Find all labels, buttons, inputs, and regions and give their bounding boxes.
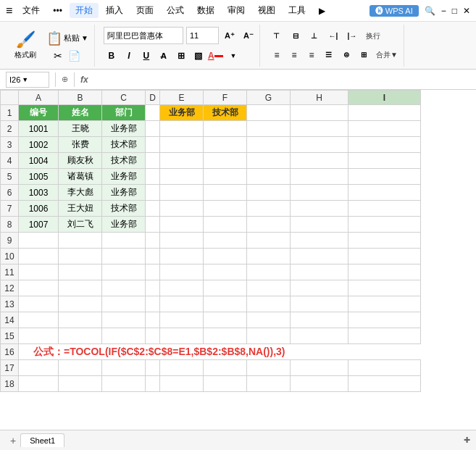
menu-page[interactable]: 页面: [130, 3, 159, 18]
cell-a2[interactable]: 1001: [19, 121, 59, 137]
cell-h3[interactable]: [291, 137, 348, 153]
font-name-input[interactable]: [104, 27, 183, 44]
cell-c3[interactable]: 技术部: [102, 137, 146, 153]
cell-c5[interactable]: 业务部: [102, 169, 146, 185]
cell-i2[interactable]: [348, 121, 421, 137]
cell-f8[interactable]: [204, 217, 247, 233]
cell-d6[interactable]: [146, 185, 160, 201]
cell-h6[interactable]: [291, 185, 348, 201]
cell-b3[interactable]: 张费: [59, 137, 102, 153]
cell-b2[interactable]: 王晓: [59, 121, 102, 137]
cell-a5[interactable]: 1005: [19, 169, 59, 185]
cell-d4[interactable]: [146, 153, 160, 169]
row-num-4[interactable]: 4: [1, 153, 19, 169]
align-right-btn[interactable]: ≡: [304, 47, 320, 63]
row-num-1[interactable]: 1: [1, 105, 19, 121]
cell-f6[interactable]: [204, 185, 247, 201]
minimize-btn[interactable]: −: [441, 6, 446, 16]
sheet-tab[interactable]: Sheet1: [20, 433, 64, 447]
cell-e6[interactable]: [160, 185, 204, 201]
search-icon[interactable]: 🔍: [425, 6, 435, 16]
col-header-i[interactable]: I: [348, 91, 421, 105]
menu-more[interactable]: •••: [47, 4, 68, 17]
cell-ref-box[interactable]: I26 ▼: [6, 72, 49, 88]
wps-ai-button[interactable]: 🅦 WPS AI: [369, 5, 419, 17]
cell-d7[interactable]: [146, 201, 160, 217]
cell-ref-dropdown[interactable]: ▼: [22, 76, 28, 83]
cell-e1[interactable]: 业务部: [160, 105, 204, 121]
col-header-g[interactable]: G: [247, 91, 291, 105]
cell-d2[interactable]: [146, 121, 160, 137]
cell-c4[interactable]: 技术部: [102, 153, 146, 169]
cell-c1[interactable]: 部门: [102, 105, 146, 121]
cell-b4[interactable]: 顾友秋: [59, 153, 102, 169]
cell-a4[interactable]: 1004: [19, 153, 59, 169]
cell-h7[interactable]: [291, 201, 348, 217]
zoom-icon[interactable]: ⊕: [62, 75, 68, 84]
copy-icon[interactable]: 📄: [66, 49, 83, 62]
cell-b5[interactable]: 诸葛镇: [59, 169, 102, 185]
cut-icon[interactable]: ✂: [51, 49, 64, 62]
cell-g5[interactable]: [247, 169, 291, 185]
row-num-5[interactable]: 5: [1, 169, 19, 185]
menu-tools[interactable]: 工具: [283, 3, 312, 18]
row-num-6[interactable]: 6: [1, 185, 19, 201]
align-bottom-btn[interactable]: ⊥: [306, 28, 322, 44]
menu-data[interactable]: 数据: [191, 3, 220, 18]
cell-e5[interactable]: [160, 169, 204, 185]
cell-g1[interactable]: [247, 105, 291, 121]
col-header-f[interactable]: F: [204, 91, 247, 105]
menu-view[interactable]: 视图: [252, 3, 281, 18]
align-top-btn[interactable]: ⊤: [269, 28, 285, 44]
cell-h1[interactable]: [291, 105, 348, 121]
font-size-input[interactable]: [186, 27, 219, 44]
cell-f1[interactable]: 技术部: [204, 105, 247, 121]
decrease-font-btn[interactable]: A⁻: [241, 28, 256, 43]
cell-h4[interactable]: [291, 153, 348, 169]
cell-g7[interactable]: [247, 201, 291, 217]
paste-btn[interactable]: 📋 粘贴 ▼: [43, 29, 91, 48]
cell-g3[interactable]: [247, 137, 291, 153]
indent-inc-btn[interactable]: |→: [344, 28, 360, 44]
format-brush-btn[interactable]: 🖌️ 格式刷: [9, 29, 42, 62]
merge-btn[interactable]: 合并▼: [373, 49, 401, 62]
row-num-7[interactable]: 7: [1, 201, 19, 217]
cell-a1[interactable]: 编号: [19, 105, 59, 121]
app-menu-icon[interactable]: ≡: [6, 4, 12, 17]
cell-i4[interactable]: [348, 153, 421, 169]
align-center-btn[interactable]: ≡: [286, 47, 302, 63]
font-dropdown-btn[interactable]: ▼: [225, 48, 241, 64]
cell-b8[interactable]: 刘二飞: [59, 217, 102, 233]
increase-font-btn[interactable]: A⁺: [222, 28, 238, 43]
menu-formula[interactable]: 公式: [161, 3, 190, 18]
border-btn[interactable]: ⊞: [173, 48, 189, 64]
cell-h8[interactable]: [291, 217, 348, 233]
cell-e3[interactable]: [160, 137, 204, 153]
cell-d8[interactable]: [146, 217, 160, 233]
indent-dec-btn[interactable]: ←|: [325, 28, 341, 44]
col-header-c[interactable]: C: [102, 91, 146, 105]
fill-color-btn[interactable]: ▧: [191, 48, 206, 64]
cell-g2[interactable]: [247, 121, 291, 137]
add-sheet-btn[interactable]: +: [6, 433, 20, 448]
menu-review[interactable]: 审阅: [222, 3, 251, 18]
cell-b7[interactable]: 王大妞: [59, 201, 102, 217]
cell-d1[interactable]: [146, 105, 160, 121]
col-header-h[interactable]: H: [291, 91, 348, 105]
cell-e8[interactable]: [160, 217, 204, 233]
menu-start[interactable]: 开始: [70, 3, 99, 18]
maximize-btn[interactable]: □: [452, 6, 457, 16]
cell-g6[interactable]: [247, 185, 291, 201]
cell-a8[interactable]: 1007: [19, 217, 59, 233]
cell-g4[interactable]: [247, 153, 291, 169]
menu-file[interactable]: 文件: [17, 3, 46, 18]
cell-e4[interactable]: [160, 153, 204, 169]
cell-a7[interactable]: 1006: [19, 201, 59, 217]
close-btn[interactable]: ✕: [463, 6, 470, 16]
cell-i3[interactable]: [348, 137, 421, 153]
cell-a3[interactable]: 1002: [19, 137, 59, 153]
cell-f2[interactable]: [204, 121, 247, 137]
align-left-btn[interactable]: ≡: [269, 47, 285, 63]
cell-i1[interactable]: [348, 105, 421, 121]
italic-btn[interactable]: I: [121, 48, 137, 64]
